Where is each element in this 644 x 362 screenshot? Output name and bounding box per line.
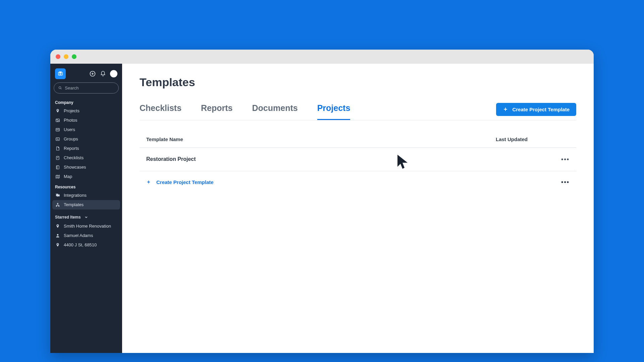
search-input[interactable] [54, 82, 119, 94]
tab-projects[interactable]: Projects [317, 103, 351, 120]
pin-icon [55, 242, 60, 248]
svg-rect-12 [57, 203, 58, 204]
add-template-row[interactable]: Create Project Template ••• [140, 171, 576, 193]
sidebar-item-integrations[interactable]: Integrations [52, 191, 120, 200]
svg-rect-10 [56, 156, 59, 160]
page-title: Templates [140, 76, 576, 89]
starred-item[interactable]: Samuel Adams [52, 231, 120, 240]
column-updated: Last Updated [496, 136, 570, 142]
sidebar-item-label: Projects [64, 108, 79, 113]
add-row-label: Create Project Template [156, 179, 214, 185]
sidebar-item-checklists[interactable]: Checklists [52, 153, 120, 163]
sidebar-item-label: Checklists [64, 155, 84, 160]
svg-point-15 [57, 234, 59, 236]
sidebar-item-showcases[interactable]: Showcases [52, 163, 120, 172]
create-project-template-button[interactable]: Create Project Template [496, 103, 576, 116]
starred-item-label: Samuel Adams [64, 233, 93, 238]
sidebar-section-starred[interactable]: Starred Items [50, 210, 122, 221]
map-icon [55, 174, 60, 179]
sidebar-item-label: Map [64, 174, 72, 179]
group-icon [55, 136, 60, 142]
sidebar-section-company: Company [50, 98, 122, 106]
tab-documents[interactable]: Documents [252, 103, 298, 120]
table-header: Template Name Last Updated [140, 136, 576, 148]
svg-rect-13 [56, 205, 57, 206]
sidebar-item-label: Groups [64, 136, 78, 141]
sidebar-item-users[interactable]: Users [52, 125, 120, 134]
sidebar-item-groups[interactable]: Groups [52, 134, 120, 144]
column-name: Template Name [146, 136, 496, 142]
avatar[interactable] [110, 70, 117, 77]
starred-item[interactable]: Smith Home Renovation [52, 222, 120, 231]
svg-point-4 [59, 86, 61, 88]
sidebar-section-resources: Resources [50, 182, 122, 190]
image-icon [55, 118, 60, 123]
search-icon [58, 85, 62, 90]
tabs-row: Checklists Reports Documents Projects Cr… [140, 103, 576, 120]
pin-icon [55, 224, 60, 229]
templates-table: Template Name Last Updated Restoration P… [140, 136, 576, 193]
book-icon [55, 165, 60, 170]
tab-reports[interactable]: Reports [201, 103, 232, 120]
sidebar-section-label: Starred Items [55, 215, 81, 220]
user-card-icon [55, 127, 60, 132]
bell-icon[interactable] [100, 71, 106, 77]
starred-item[interactable]: 4400 J St, 68510 [52, 240, 120, 250]
sidebar-item-templates[interactable]: Templates [52, 200, 120, 209]
window-titlebar [50, 50, 594, 64]
svg-rect-14 [58, 205, 60, 206]
add-icon[interactable] [89, 70, 96, 77]
puzzle-icon [55, 193, 60, 198]
plus-icon [503, 107, 508, 112]
sidebar-item-label: Users [64, 127, 75, 132]
app-body: Company Projects Photos Users Groups Rep… [50, 64, 594, 353]
sidebar-item-label: Templates [64, 202, 84, 207]
window-controls [56, 54, 76, 59]
minimize-icon[interactable] [64, 54, 68, 59]
sidebar-item-label: Showcases [64, 165, 86, 170]
more-icon[interactable]: ••• [561, 179, 570, 186]
tab-checklists[interactable]: Checklists [140, 103, 181, 120]
sitemap-icon [55, 202, 60, 207]
svg-point-1 [60, 73, 61, 74]
sidebar-item-label: Reports [64, 146, 79, 151]
checklist-icon [55, 155, 60, 161]
svg-rect-11 [56, 166, 59, 169]
sidebar-item-map[interactable]: Map [52, 172, 120, 181]
svg-point-8 [57, 129, 57, 130]
chevron-down-icon [84, 215, 88, 219]
pin-icon [55, 108, 60, 114]
starred-item-label: 4400 J St, 68510 [64, 242, 97, 247]
sidebar-header [50, 64, 122, 82]
svg-point-6 [57, 119, 57, 120]
person-icon [55, 233, 60, 238]
sidebar-item-photos[interactable]: Photos [52, 116, 120, 125]
sidebar-item-label: Photos [64, 118, 77, 123]
sidebar-item-label: Integrations [64, 193, 87, 198]
sidebar-item-projects[interactable]: Projects [52, 106, 120, 116]
button-label: Create Project Template [512, 107, 570, 112]
template-name: Restoration Project [146, 156, 479, 162]
more-icon[interactable]: ••• [561, 156, 570, 163]
app-window: Company Projects Photos Users Groups Rep… [50, 50, 594, 353]
close-icon[interactable] [56, 54, 60, 59]
table-row[interactable]: Restoration Project ••• [140, 148, 576, 171]
sidebar: Company Projects Photos Users Groups Rep… [50, 64, 122, 353]
app-logo[interactable] [55, 68, 66, 79]
starred-item-label: Smith Home Renovation [64, 224, 111, 229]
plus-icon [146, 180, 151, 184]
main-content: Templates Checklists Reports Documents P… [122, 64, 594, 353]
sidebar-item-reports[interactable]: Reports [52, 144, 120, 153]
file-icon [55, 146, 60, 151]
maximize-icon[interactable] [72, 54, 76, 59]
